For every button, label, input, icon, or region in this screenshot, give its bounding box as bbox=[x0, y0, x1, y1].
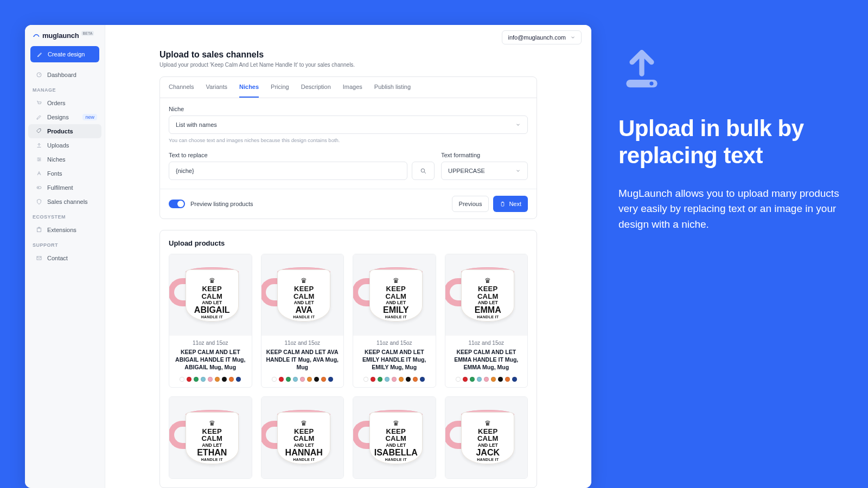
previous-button[interactable]: Previous bbox=[452, 196, 489, 212]
product-card[interactable]: ♛KEEPCALMAND LETHANNAHHANDLE IT bbox=[261, 396, 344, 479]
nav-label: Dashboard bbox=[47, 72, 76, 78]
swatch[interactable] bbox=[187, 377, 192, 382]
product-variant: 11oz and 15oz bbox=[173, 340, 248, 346]
next-button[interactable]: Next bbox=[493, 196, 528, 212]
marketing-body: MugLaunch allows you to upload many prod… bbox=[618, 186, 846, 233]
svg-point-6 bbox=[38, 187, 39, 188]
brand-logo[interactable]: muglaunch BETA bbox=[25, 25, 105, 45]
product-variant: 11oz and 15oz bbox=[356, 340, 432, 346]
swatch[interactable] bbox=[314, 377, 319, 382]
tab-channels[interactable]: Channels bbox=[169, 77, 194, 98]
nav-fonts[interactable]: Fonts bbox=[28, 166, 101, 181]
swatch[interactable] bbox=[378, 377, 382, 382]
swatch[interactable] bbox=[307, 377, 312, 382]
swatch[interactable] bbox=[293, 377, 298, 382]
svg-rect-8 bbox=[39, 227, 40, 228]
swatch[interactable] bbox=[505, 377, 510, 382]
swatch[interactable] bbox=[385, 377, 390, 382]
clipboard-icon bbox=[500, 201, 506, 207]
swatch[interactable] bbox=[215, 377, 220, 382]
swatch[interactable] bbox=[272, 377, 277, 382]
user-email: info@muglaunch.com bbox=[508, 34, 566, 41]
tab-images[interactable]: Images bbox=[343, 77, 362, 98]
product-card[interactable]: ♛KEEPCALMAND LETJACKHANDLE IT bbox=[445, 396, 528, 479]
product-card[interactable]: ♛KEEPCALMAND LETABIGAILHANDLE IT11oz and… bbox=[169, 254, 252, 388]
swatch[interactable] bbox=[512, 377, 517, 382]
nav-contact[interactable]: Contact bbox=[28, 251, 101, 265]
type-icon bbox=[36, 170, 42, 177]
swatch[interactable] bbox=[477, 377, 482, 382]
nav-orders[interactable]: Orders bbox=[28, 96, 101, 110]
nav-label: Products bbox=[47, 128, 73, 134]
nav-dashboard[interactable]: Dashboard bbox=[28, 68, 101, 82]
nav-label: Contact bbox=[47, 255, 68, 261]
brand-badge: BETA bbox=[81, 31, 94, 36]
product-card[interactable]: ♛KEEPCALMAND LETEMMAHANDLE IT11oz and 15… bbox=[445, 254, 528, 388]
tab-pricing[interactable]: Pricing bbox=[271, 77, 289, 98]
swatch[interactable] bbox=[201, 377, 206, 382]
swatch[interactable] bbox=[180, 377, 184, 382]
swatch[interactable] bbox=[413, 377, 418, 382]
swatch[interactable] bbox=[463, 377, 468, 382]
nav-label: Extensions bbox=[47, 227, 76, 233]
nav-heading-manage: MANAGE bbox=[25, 82, 105, 96]
swatch[interactable] bbox=[470, 377, 475, 382]
swatch[interactable] bbox=[498, 377, 503, 382]
search-button[interactable] bbox=[412, 162, 435, 180]
product-card[interactable]: ♛KEEPCALMAND LETETHANHANDLE IT bbox=[169, 396, 252, 479]
product-card[interactable]: ♛KEEPCALMAND LETISABELLAHANDLE IT bbox=[353, 396, 436, 479]
swatch[interactable] bbox=[392, 377, 397, 382]
nav-label: Fonts bbox=[47, 170, 62, 177]
swatch[interactable] bbox=[229, 377, 234, 382]
nav-label: Fulfilment bbox=[47, 184, 73, 191]
gauge-icon bbox=[36, 72, 42, 78]
nav-designs[interactable]: Designs new bbox=[28, 110, 101, 124]
swatch[interactable] bbox=[222, 377, 227, 382]
nav-uploads[interactable]: Uploads bbox=[28, 138, 101, 152]
preview-toggle[interactable] bbox=[169, 200, 185, 208]
nav-sales-channels[interactable]: Sales channels bbox=[28, 195, 101, 209]
product-card[interactable]: ♛KEEPCALMAND LETAVAHANDLE IT11oz and 15o… bbox=[261, 254, 344, 388]
svg-rect-5 bbox=[37, 187, 41, 189]
swatch[interactable] bbox=[328, 377, 333, 382]
product-title: KEEP CALM AND LET EMILY HANDLE IT Mug, E… bbox=[356, 348, 432, 371]
swatch[interactable] bbox=[300, 377, 305, 382]
swatch[interactable] bbox=[399, 377, 404, 382]
svg-rect-12 bbox=[502, 201, 504, 202]
puzzle-icon bbox=[36, 227, 42, 233]
niche-select[interactable]: List with names bbox=[169, 115, 528, 134]
tab-publish-listing[interactable]: Publish listing bbox=[374, 77, 411, 98]
swatch[interactable] bbox=[236, 377, 241, 382]
text-formatting-select[interactable]: UPPERCASE bbox=[441, 162, 528, 180]
swatch[interactable] bbox=[363, 377, 368, 382]
nav-extensions[interactable]: Extensions bbox=[28, 223, 101, 237]
chevron-down-icon bbox=[515, 168, 521, 174]
swatch[interactable] bbox=[484, 377, 489, 382]
create-design-button[interactable]: Create design bbox=[30, 46, 99, 62]
product-card[interactable]: ♛KEEPCALMAND LETEMILYHANDLE IT11oz and 1… bbox=[353, 254, 436, 388]
swatch[interactable] bbox=[456, 377, 461, 382]
user-menu[interactable]: info@muglaunch.com bbox=[502, 30, 582, 44]
nav-label: Sales channels bbox=[47, 198, 88, 205]
product-swatches bbox=[356, 377, 432, 382]
tab-niches[interactable]: Niches bbox=[239, 77, 259, 98]
swatch[interactable] bbox=[406, 377, 411, 382]
swatch[interactable] bbox=[420, 377, 425, 382]
text-to-replace-input-wrap bbox=[169, 162, 407, 180]
text-to-replace-input[interactable] bbox=[176, 168, 400, 174]
swatch[interactable] bbox=[194, 377, 199, 382]
swatch[interactable] bbox=[371, 377, 375, 382]
swatch[interactable] bbox=[286, 377, 291, 382]
swatch[interactable] bbox=[491, 377, 496, 382]
product-image: ♛KEEPCALMAND LETAVAHANDLE IT bbox=[261, 254, 344, 336]
nav-products[interactable]: Products bbox=[28, 124, 101, 138]
tab-variants[interactable]: Variants bbox=[206, 77, 227, 98]
nav-fulfilment[interactable]: Fulfilment bbox=[28, 181, 101, 195]
swatch[interactable] bbox=[279, 377, 284, 382]
nav-niches[interactable]: Niches bbox=[28, 152, 101, 166]
niche-hint: You can choose text and images niches be… bbox=[169, 137, 528, 143]
tab-description[interactable]: Description bbox=[301, 77, 331, 98]
pencil-icon bbox=[37, 51, 43, 57]
swatch[interactable] bbox=[208, 377, 213, 382]
swatch[interactable] bbox=[321, 377, 326, 382]
